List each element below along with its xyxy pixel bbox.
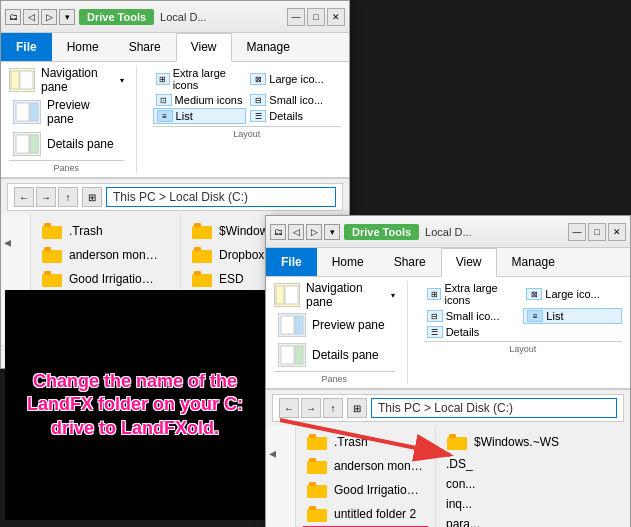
svg-rect-16	[192, 250, 212, 263]
info-box: Change the name of the LandFX folder on …	[5, 290, 265, 520]
layout-group-2: ⊞ Extra large icons ⊠ Large ico... ⊟ Sma…	[424, 281, 622, 339]
panes-section-title-1: Panes	[9, 160, 124, 173]
navigation-pane-btn-2[interactable]: Navigation pane ▾	[274, 281, 395, 309]
preview-pane-btn-1[interactable]: Preview pane	[9, 96, 124, 128]
file-item-windows-2[interactable]: $Windows.~WS	[442, 430, 624, 454]
address-path-1[interactable]: This PC > Local Disk (C:)	[106, 187, 336, 207]
tab-file-1[interactable]: File	[1, 33, 52, 61]
preview-pane-label-2: Preview pane	[312, 318, 385, 332]
file-item-untitled-2[interactable]: untitled folder 2	[302, 502, 429, 526]
window-icon: 🗂	[5, 9, 21, 25]
recent-button-2[interactable]: ⊞	[347, 398, 367, 418]
recent-button-1[interactable]: ⊞	[82, 187, 102, 207]
file-items-right-2: $Windows.~WS .DS_ con... inq... para... …	[436, 426, 630, 527]
minimize-button-1[interactable]: —	[287, 8, 305, 26]
address-path-2[interactable]: This PC > Local Disk (C:)	[371, 398, 617, 418]
file-item-anderson-1[interactable]: anderson moniq...	[37, 243, 174, 267]
small-icons-icon-2: ⊟	[427, 310, 443, 322]
svg-rect-32	[307, 485, 327, 498]
svg-rect-6	[42, 226, 62, 239]
nav-buttons-2: ← → ↑	[279, 398, 343, 418]
title-bar-1: 🗂 ◁ ▷ ▾ Drive Tools Local D... — □ ✕	[1, 1, 349, 33]
extra-large-icon: ⊞	[156, 73, 170, 85]
back-button-1[interactable]: ←	[14, 187, 34, 207]
details-pane-btn-2[interactable]: Details pane	[274, 341, 395, 369]
up-button-2[interactable]: ↑	[323, 398, 343, 418]
tab-view-1[interactable]: View	[176, 33, 232, 62]
extra-large-icons-btn[interactable]: ⊞ Extra large icons	[153, 66, 247, 92]
large-icons-btn-2[interactable]: ⊠ Large ico...	[523, 281, 622, 307]
details-btn[interactable]: ☰ Details	[247, 108, 341, 124]
small-icons-btn-2[interactable]: ⊟ Small ico...	[424, 308, 523, 324]
file-item-inq-2[interactable]: inq...	[442, 494, 624, 514]
tab-manage-2[interactable]: Manage	[497, 248, 570, 276]
forward-button-2[interactable]: →	[301, 398, 321, 418]
tab-share-1[interactable]: Share	[114, 33, 176, 61]
back-button-2[interactable]: ←	[279, 398, 299, 418]
forward-icon-small[interactable]: ▷	[41, 9, 57, 25]
tab-manage-1[interactable]: Manage	[232, 33, 305, 61]
maximize-button-1[interactable]: □	[307, 8, 325, 26]
svg-rect-29	[309, 434, 316, 438]
file-item-con-2[interactable]: con...	[442, 474, 624, 494]
preview-pane-icon-1	[13, 100, 41, 124]
tab-share-2[interactable]: Share	[379, 248, 441, 276]
svg-rect-38	[447, 437, 467, 450]
large-icons-btn[interactable]: ⊠ Large ico...	[247, 66, 341, 92]
nav-pane-label-1: Navigation pane	[41, 66, 114, 94]
details-pane-btn-1[interactable]: Details pane	[9, 130, 124, 158]
title-bar-controls-1: — □ ✕	[287, 8, 345, 26]
tab-home-1[interactable]: Home	[52, 33, 114, 61]
forward-icon-small-2[interactable]: ▷	[306, 224, 322, 240]
close-button-2[interactable]: ✕	[608, 223, 626, 241]
details-btn-2[interactable]: ☰ Details	[424, 325, 523, 339]
preview-pane-btn-2[interactable]: Preview pane	[274, 311, 395, 339]
file-item-ds-2[interactable]: .DS_	[442, 454, 624, 474]
details-pane-icon-2	[278, 343, 306, 367]
small-icons-icon: ⊟	[250, 94, 266, 106]
down-icon-small-2[interactable]: ▾	[324, 224, 340, 240]
folder-icon-trash-2	[306, 433, 328, 451]
close-button-1[interactable]: ✕	[327, 8, 345, 26]
maximize-button-2[interactable]: □	[588, 223, 606, 241]
svg-rect-27	[295, 346, 303, 364]
down-icon-small[interactable]: ▾	[59, 9, 75, 25]
back-icon-small-2[interactable]: ◁	[288, 224, 304, 240]
tab-home-2[interactable]: Home	[317, 248, 379, 276]
file-name-untitled-2: untitled folder 2	[334, 507, 416, 521]
list-btn[interactable]: ≡ List	[153, 108, 247, 124]
svg-rect-4	[16, 135, 29, 153]
panes-section-1: Navigation pane ▾ Preview pane	[9, 66, 137, 173]
back-icon-small[interactable]: ◁	[23, 9, 39, 25]
file-item-irrigation-1[interactable]: Good Irrigation D...	[37, 267, 174, 291]
up-button-1[interactable]: ↑	[58, 187, 78, 207]
window-icon-2: 🗂	[270, 224, 286, 240]
large-icons-icon: ⊠	[250, 73, 266, 85]
list-icon: ≡	[157, 110, 173, 122]
tab-file-2[interactable]: File	[266, 248, 317, 276]
extra-large-icons-btn-2[interactable]: ⊞ Extra large icons	[424, 281, 523, 307]
small-icons-label-2: Small ico...	[446, 310, 500, 322]
medium-icons-btn[interactable]: ⊡ Medium icons	[153, 93, 247, 107]
navigation-pane-btn-1[interactable]: Navigation pane ▾	[9, 66, 124, 94]
svg-rect-18	[192, 274, 212, 287]
file-item-para-2[interactable]: para...	[442, 514, 624, 527]
list-btn-2[interactable]: ≡ List	[523, 308, 622, 324]
minimize-button-2[interactable]: —	[568, 223, 586, 241]
forward-button-1[interactable]: →	[36, 187, 56, 207]
file-item-trash-2[interactable]: .Trash	[302, 430, 429, 454]
folder-icon-irrigation-1	[41, 270, 63, 288]
file-item-trash-1[interactable]: .Trash	[37, 219, 174, 243]
small-icons-btn[interactable]: ⊟ Small ico...	[247, 93, 341, 107]
tab-view-2[interactable]: View	[441, 248, 497, 277]
title-bar-controls-2: — □ ✕	[568, 223, 626, 241]
file-item-anderson-2[interactable]: anderson mono...	[302, 454, 429, 478]
medium-icons-icon: ⊡	[156, 94, 172, 106]
svg-rect-28	[307, 437, 327, 450]
file-name-trash-1: .Trash	[69, 224, 103, 238]
ribbon-tabs-1: File Home Share View Manage	[1, 33, 349, 62]
file-name-irrigation-1: Good Irrigation D...	[69, 272, 159, 286]
folder-icon-esd-1	[191, 270, 213, 288]
file-item-irrigation-2[interactable]: Good Irrigation D...	[302, 478, 429, 502]
panes-section-2: Navigation pane ▾ Preview pane	[274, 281, 408, 384]
